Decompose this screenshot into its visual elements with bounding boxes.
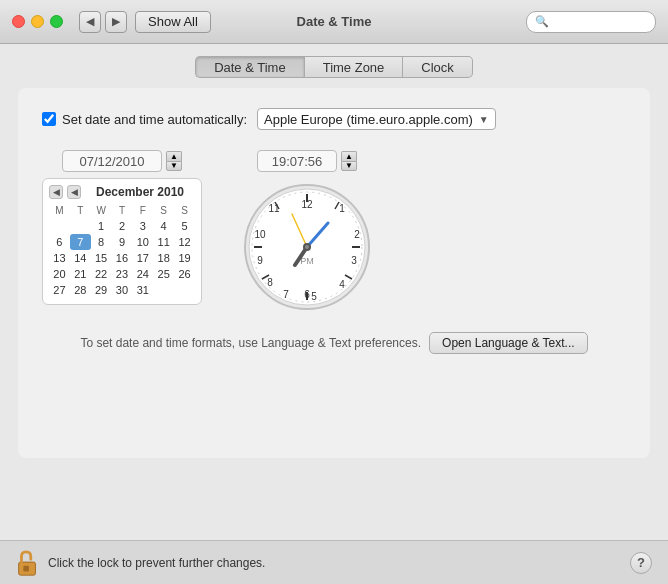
calendar-day[interactable]: 16 [112,250,133,266]
analog-clock-svg: 12 1 2 3 4 5 6 7 8 9 10 11 PM [242,182,372,312]
calendar-day[interactable]: 2 [112,218,133,234]
tab-bar: Date & Time Time Zone Clock [0,44,668,88]
calendar-day[interactable]: 3 [132,218,153,234]
svg-text:1: 1 [339,203,345,214]
svg-text:2: 2 [354,229,360,240]
calendar-day[interactable]: 20 [49,266,70,282]
window-title: Date & Time [297,14,372,29]
calendar-day[interactable]: 30 [112,282,133,298]
cal-prev2-button[interactable]: ◀ [67,185,81,199]
calendar-day[interactable]: 12 [174,234,195,250]
svg-text:12: 12 [301,199,313,210]
minimize-button[interactable] [31,15,44,28]
panel: Set date and time automatically: Apple E… [18,88,650,458]
calendar-day[interactable]: 5 [174,218,195,234]
calendar-day[interactable]: 4 [153,218,174,234]
calendar-day [70,218,91,234]
calendar-day[interactable]: 24 [132,266,153,282]
bottom-text: To set date and time formats, use Langua… [80,336,421,350]
date-stepper-up[interactable]: ▲ [166,151,182,161]
svg-text:4: 4 [339,279,345,290]
time-field: 19:07:56 ▲ ▼ [257,150,357,172]
time-stepper: ▲ ▼ [341,151,357,171]
calendar-grid: MTWTFSS 12345678910111213141516171819202… [49,203,195,298]
help-button[interactable]: ? [630,552,652,574]
open-lang-button[interactable]: Open Language & Text... [429,332,588,354]
calendar-day [174,282,195,298]
svg-rect-30 [23,565,29,571]
calendar-day[interactable]: 11 [153,234,174,250]
calendar-day[interactable]: 29 [91,282,112,298]
auto-time-checkbox-wrap: Set date and time automatically: [42,112,247,127]
search-icon: 🔍 [535,15,549,28]
calendar-day[interactable]: 26 [174,266,195,282]
auto-time-row: Set date and time automatically: Apple E… [42,108,626,130]
select-arrow-icon: ▼ [479,114,489,125]
time-stepper-down[interactable]: ▼ [341,161,357,171]
svg-text:10: 10 [254,229,266,240]
back-button[interactable]: ◀ [79,11,101,33]
svg-text:3: 3 [351,255,357,266]
calendar-day [153,282,174,298]
tab-clock[interactable]: Clock [403,56,473,78]
calendar-day[interactable]: 28 [70,282,91,298]
svg-text:6: 6 [304,289,310,300]
clock-face: 12 1 2 3 4 5 6 7 8 9 10 11 PM [242,182,372,312]
show-all-button[interactable]: Show All [135,11,211,33]
maximize-button[interactable] [50,15,63,28]
date-stepper: ▲ ▼ [166,151,182,171]
time-input[interactable]: 19:07:56 [257,150,337,172]
calendar-section: 07/12/2010 ▲ ▼ ◀ ◀ December 2010 [42,150,202,305]
main-content: Date & Time Time Zone Clock Set date and… [0,44,668,584]
server-value: Apple Europe (time.euro.apple.com) [264,112,473,127]
calendar-header: ◀ ◀ December 2010 [49,185,195,199]
lock-icon[interactable] [16,549,40,577]
calendar-day[interactable]: 21 [70,266,91,282]
calendar-day[interactable]: 8 [91,234,112,250]
auto-time-checkbox[interactable] [42,112,56,126]
close-button[interactable] [12,15,25,28]
cal-prev-button[interactable]: ◀ [49,185,63,199]
title-bar: ◀ ▶ Show All Date & Time 🔍 [0,0,668,44]
date-stepper-down[interactable]: ▼ [166,161,182,171]
calendar-day[interactable]: 23 [112,266,133,282]
clock-section: 19:07:56 ▲ ▼ [242,150,372,312]
calendar-day[interactable]: 25 [153,266,174,282]
calendar-day[interactable]: 14 [70,250,91,266]
calendar-day[interactable]: 31 [132,282,153,298]
forward-button[interactable]: ▶ [105,11,127,33]
calendar-day[interactable]: 13 [49,250,70,266]
footer: Click the lock to prevent further change… [0,540,668,584]
calendar-day [49,218,70,234]
calendar-day[interactable]: 9 [112,234,133,250]
search-box[interactable]: 🔍 [526,11,656,33]
tab-date-time[interactable]: Date & Time [195,56,304,78]
svg-text:9: 9 [257,255,263,266]
date-input[interactable]: 07/12/2010 [62,150,162,172]
calendar-day[interactable]: 27 [49,282,70,298]
calendar: ◀ ◀ December 2010 MTWTFSS 12345678910111… [42,178,202,305]
datetime-area: 07/12/2010 ▲ ▼ ◀ ◀ December 2010 [42,150,626,312]
svg-text:11: 11 [268,203,280,214]
svg-text:5: 5 [311,291,317,302]
calendar-day[interactable]: 18 [153,250,174,266]
calendar-month-year: December 2010 [85,185,195,199]
calendar-day[interactable]: 7 [70,234,91,250]
svg-text:8: 8 [267,277,273,288]
calendar-day[interactable]: 6 [49,234,70,250]
footer-lock-text: Click the lock to prevent further change… [48,556,265,570]
tab-time-zone[interactable]: Time Zone [304,56,404,78]
calendar-day[interactable]: 22 [91,266,112,282]
auto-time-label: Set date and time automatically: [62,112,247,127]
window-controls [12,15,63,28]
svg-text:7: 7 [283,289,289,300]
server-select[interactable]: Apple Europe (time.euro.apple.com) ▼ [257,108,496,130]
time-stepper-up[interactable]: ▲ [341,151,357,161]
calendar-day[interactable]: 19 [174,250,195,266]
calendar-day[interactable]: 17 [132,250,153,266]
bottom-bar: To set date and time formats, use Langua… [42,332,626,354]
calendar-day[interactable]: 15 [91,250,112,266]
search-input[interactable] [553,15,647,29]
calendar-day[interactable]: 10 [132,234,153,250]
calendar-day[interactable]: 1 [91,218,112,234]
